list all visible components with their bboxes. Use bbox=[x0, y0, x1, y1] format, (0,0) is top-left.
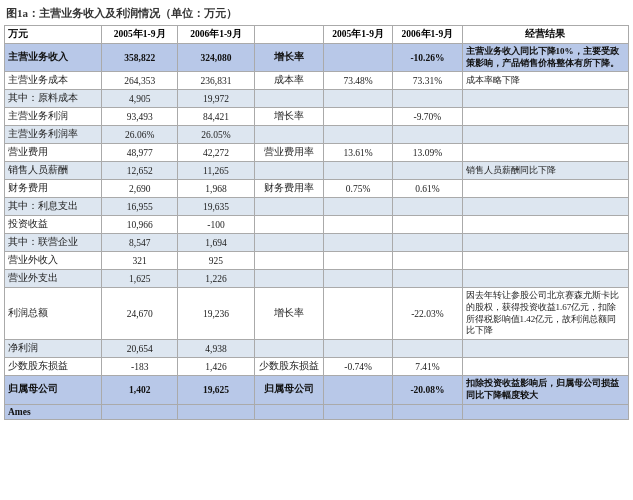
row-name: 营业外收入 bbox=[5, 252, 102, 270]
row-r2005 bbox=[323, 108, 392, 126]
row-r2006 bbox=[393, 340, 462, 358]
row-v2006: 324,080 bbox=[178, 44, 254, 72]
row-metric: 营业费用率 bbox=[254, 144, 323, 162]
row-result bbox=[462, 216, 628, 234]
table-row: 净利润 20,654 4,938 bbox=[5, 340, 629, 358]
row-name: 其中：利息支出 bbox=[5, 198, 102, 216]
row-name: 营业外支出 bbox=[5, 270, 102, 288]
row-result bbox=[462, 90, 628, 108]
row-v2006: 1,694 bbox=[178, 234, 254, 252]
row-r2005 bbox=[323, 126, 392, 144]
row-v2006: 1,968 bbox=[178, 180, 254, 198]
row-r2005: 13.61% bbox=[323, 144, 392, 162]
row-r2006 bbox=[393, 162, 462, 180]
row-name: 其中：联营企业 bbox=[5, 234, 102, 252]
row-v2006: 11,265 bbox=[178, 162, 254, 180]
main-container: 图1a：主营业务收入及利润情况（单位：万元） 万元 2005年1-9月 2006… bbox=[0, 0, 633, 424]
row-r2005 bbox=[323, 234, 392, 252]
row-name: 主营业务利润率 bbox=[5, 126, 102, 144]
row-r2005 bbox=[323, 270, 392, 288]
row-name: 归属母公司 bbox=[5, 376, 102, 404]
row-v2005: 10,966 bbox=[102, 216, 178, 234]
row-metric: 归属母公司 bbox=[254, 376, 323, 404]
row-v2005: 24,670 bbox=[102, 288, 178, 340]
row-r2006 bbox=[393, 90, 462, 108]
row-r2005 bbox=[323, 288, 392, 340]
row-v2005: 26.06% bbox=[102, 126, 178, 144]
row-metric: 增长率 bbox=[254, 108, 323, 126]
row-r2006: -22.03% bbox=[393, 288, 462, 340]
row-result: 销售人员薪酬同比下降 bbox=[462, 162, 628, 180]
table-row: 其中：原料成本 4,905 19,972 bbox=[5, 90, 629, 108]
row-name: 少数股东损益 bbox=[5, 358, 102, 376]
table-row: 少数股东损益 -183 1,426 少数股东损益 -0.74% 7.41% bbox=[5, 358, 629, 376]
row-r2005 bbox=[323, 162, 392, 180]
row-name: 主营业务收入 bbox=[5, 44, 102, 72]
row-v2005: 16,955 bbox=[102, 198, 178, 216]
row-v2006: 84,421 bbox=[178, 108, 254, 126]
table-row: 归属母公司 1,402 19,625 归属母公司 -20.08% 扣除投资收益影… bbox=[5, 376, 629, 404]
row-name: 投资收益 bbox=[5, 216, 102, 234]
row-v2005 bbox=[102, 404, 178, 419]
row-v2006: 1,226 bbox=[178, 270, 254, 288]
header-2006r: 2006年1-9月 bbox=[393, 26, 462, 44]
table-row: 销售人员薪酬 12,652 11,265 销售人员薪酬同比下降 bbox=[5, 162, 629, 180]
row-v2006: 19,625 bbox=[178, 376, 254, 404]
row-v2005: 20,654 bbox=[102, 340, 178, 358]
row-v2006 bbox=[178, 404, 254, 419]
row-v2006: 19,236 bbox=[178, 288, 254, 340]
row-v2006: 4,938 bbox=[178, 340, 254, 358]
row-r2006 bbox=[393, 270, 462, 288]
row-result bbox=[462, 198, 628, 216]
row-result: 因去年转让参股公司北京赛森尤斯卡比的股权，获得投资收益1.67亿元，扣除所得税影… bbox=[462, 288, 628, 340]
row-r2005 bbox=[323, 90, 392, 108]
row-v2006: 19,635 bbox=[178, 198, 254, 216]
row-r2005 bbox=[323, 44, 392, 72]
row-result bbox=[462, 126, 628, 144]
unit-label: 万元 bbox=[5, 26, 102, 44]
row-r2005 bbox=[323, 376, 392, 404]
row-name: 主营业务利润 bbox=[5, 108, 102, 126]
page-title: 图1a：主营业务收入及利润情况（单位：万元） bbox=[4, 6, 629, 21]
row-r2006 bbox=[393, 252, 462, 270]
table-row: 财务费用 2,690 1,968 财务费用率 0.75% 0.61% bbox=[5, 180, 629, 198]
row-metric bbox=[254, 126, 323, 144]
row-v2005: 358,822 bbox=[102, 44, 178, 72]
header-result: 经营结果 bbox=[462, 26, 628, 44]
row-r2006: 13.09% bbox=[393, 144, 462, 162]
row-metric bbox=[254, 216, 323, 234]
row-name: 净利润 bbox=[5, 340, 102, 358]
row-r2006: 0.61% bbox=[393, 180, 462, 198]
row-result: 成本率略下降 bbox=[462, 72, 628, 90]
row-v2006: 925 bbox=[178, 252, 254, 270]
row-v2005: 4,905 bbox=[102, 90, 178, 108]
row-result bbox=[462, 252, 628, 270]
table-row: 主营业务收入 358,822 324,080 增长率 -10.26% 主营业务收… bbox=[5, 44, 629, 72]
row-result bbox=[462, 358, 628, 376]
header-metric bbox=[254, 26, 323, 44]
table-row: 其中：联营企业 8,547 1,694 bbox=[5, 234, 629, 252]
row-result bbox=[462, 270, 628, 288]
row-r2006: 73.31% bbox=[393, 72, 462, 90]
row-v2006: 42,272 bbox=[178, 144, 254, 162]
row-v2005: 1,625 bbox=[102, 270, 178, 288]
row-metric bbox=[254, 162, 323, 180]
row-v2005: 321 bbox=[102, 252, 178, 270]
row-v2006: 1,426 bbox=[178, 358, 254, 376]
row-metric bbox=[254, 252, 323, 270]
row-v2005: 93,493 bbox=[102, 108, 178, 126]
table-row: 营业费用 48,977 42,272 营业费用率 13.61% 13.09% bbox=[5, 144, 629, 162]
table-row: 营业外收入 321 925 bbox=[5, 252, 629, 270]
row-v2005: 2,690 bbox=[102, 180, 178, 198]
table-row: 营业外支出 1,625 1,226 bbox=[5, 270, 629, 288]
row-r2006: -9.70% bbox=[393, 108, 462, 126]
row-r2005: -0.74% bbox=[323, 358, 392, 376]
row-r2005: 73.48% bbox=[323, 72, 392, 90]
row-name: 其中：原料成本 bbox=[5, 90, 102, 108]
row-result: 主营业务收入同比下降10%，主要受政策影响，产品销售价格整体有所下降。 bbox=[462, 44, 628, 72]
table-row: 利润总额 24,670 19,236 增长率 -22.03% 因去年转让参股公司… bbox=[5, 288, 629, 340]
table-row: 投资收益 10,966 -100 bbox=[5, 216, 629, 234]
row-metric bbox=[254, 198, 323, 216]
table-row: 主营业务利润 93,493 84,421 增长率 -9.70% bbox=[5, 108, 629, 126]
row-r2006: -20.08% bbox=[393, 376, 462, 404]
